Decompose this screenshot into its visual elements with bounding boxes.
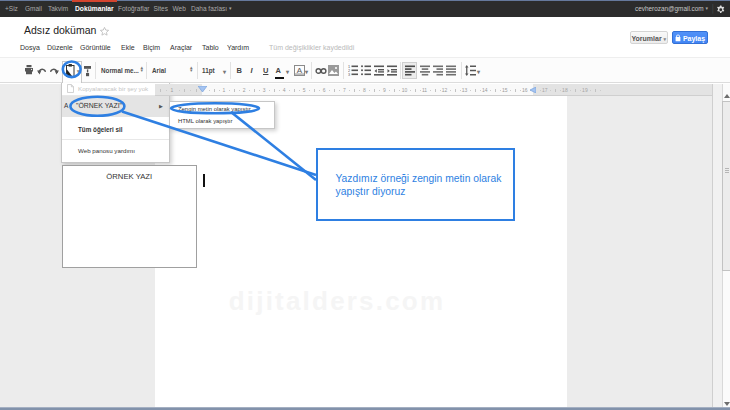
svg-text:3: 3 [348,73,350,76]
